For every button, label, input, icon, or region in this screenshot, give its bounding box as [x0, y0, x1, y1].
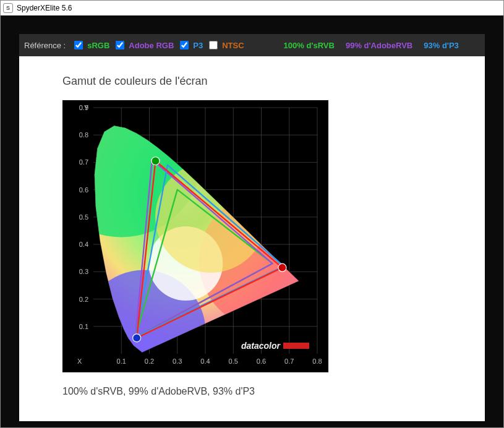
- svg-text:0.7: 0.7: [284, 357, 294, 365]
- checkbox-input-ntsc[interactable]: [209, 41, 218, 49]
- checkbox-input-srgb[interactable]: [74, 41, 83, 49]
- svg-text:0.1: 0.1: [79, 323, 88, 330]
- app-body: Référence : sRGBAdobe RGBP3NTSC 100% d's…: [1, 15, 503, 427]
- svg-text:0.3: 0.3: [79, 268, 88, 275]
- svg-text:0.8: 0.8: [312, 357, 322, 365]
- svg-text:0.2: 0.2: [79, 296, 88, 303]
- chart-svg: 0.10.20.30.40.50.60.70.80.10.20.30.40.50…: [62, 100, 328, 372]
- svg-text:0.8: 0.8: [79, 131, 88, 139]
- gamut-chart: 0.10.20.30.40.50.60.70.80.10.20.30.40.50…: [62, 100, 328, 372]
- pct-adobe: 99% d'AdobeRVB: [346, 41, 412, 50]
- checkbox-label-ntsc: NTSC: [222, 41, 244, 50]
- window-title: SpyderXElite 5.6: [17, 4, 72, 12]
- checkbox-label-adobe: Adobe RGB: [129, 41, 174, 50]
- svg-text:0.6: 0.6: [79, 186, 88, 194]
- svg-text:0.5: 0.5: [79, 213, 88, 221]
- app-icon: S: [3, 3, 13, 13]
- app-window: S SpyderXElite 5.6 Référence : sRGBAdobe…: [0, 0, 504, 428]
- svg-text:X: X: [77, 357, 82, 365]
- title-bar: S SpyderXElite 5.6: [1, 1, 503, 15]
- checkbox-srgb[interactable]: sRGB: [72, 39, 109, 51]
- svg-text:0.5: 0.5: [229, 357, 238, 365]
- checkbox-group: sRGBAdobe RGBP3NTSC: [72, 39, 247, 51]
- svg-point-44: [152, 157, 160, 165]
- checkbox-label-p3: P3: [193, 41, 203, 50]
- reference-toolbar: Référence : sRGBAdobe RGBP3NTSC 100% d's…: [19, 34, 485, 56]
- svg-text:0.1: 0.1: [117, 357, 126, 365]
- checkbox-input-p3[interactable]: [180, 41, 189, 49]
- svg-text:0.6: 0.6: [257, 357, 266, 365]
- percentage-group: 100% d'sRVB99% d'AdobeRVB93% d'P3: [273, 41, 459, 50]
- content-panel: Gamut de couleurs de l'écran 0.10.20.30.…: [19, 56, 485, 421]
- checkbox-ntsc[interactable]: NTSC: [207, 39, 244, 51]
- svg-text:datacolor: datacolor: [241, 341, 281, 351]
- page-title: Gamut de couleurs de l'écran: [62, 75, 485, 88]
- checkbox-adobe[interactable]: Adobe RGB: [113, 39, 174, 51]
- svg-point-45: [133, 334, 141, 342]
- svg-rect-47: [283, 343, 309, 349]
- svg-text:0.4: 0.4: [79, 241, 88, 248]
- svg-text:0.2: 0.2: [145, 357, 154, 365]
- checkbox-input-adobe[interactable]: [116, 41, 124, 49]
- pct-p3: 93% d'P3: [424, 41, 459, 50]
- summary-text: 100% d'sRVB, 99% d'AdobeRVB, 93% d'P3: [62, 386, 485, 397]
- checkbox-label-srgb: sRGB: [87, 41, 109, 50]
- pct-srgb: 100% d'sRVB: [284, 41, 335, 50]
- svg-text:0.4: 0.4: [200, 357, 210, 365]
- reference-label: Référence :: [24, 41, 66, 50]
- svg-point-43: [278, 263, 286, 272]
- svg-text:0.7: 0.7: [79, 158, 88, 166]
- svg-text:0.3: 0.3: [173, 357, 182, 365]
- svg-text:Y: Y: [84, 104, 89, 111]
- checkbox-p3[interactable]: P3: [177, 39, 203, 51]
